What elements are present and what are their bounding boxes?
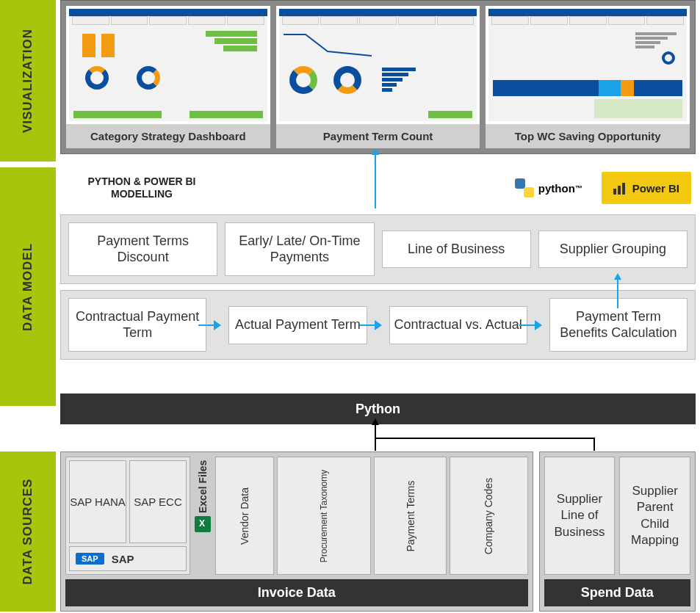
model-row-top: Payment Terms Discount Early/ Late/ On-T… xyxy=(60,214,696,284)
modelling-label: PYTHON & POWER BI MODELLING xyxy=(65,175,219,200)
dashboard-thumbnail xyxy=(69,9,267,121)
arrow-connector xyxy=(375,438,595,439)
sap-ecc-cell: SAP ECC xyxy=(129,460,187,543)
viz-caption: Top WC Saving Opportunity xyxy=(486,124,690,148)
spend-data-group: Supplier Line of Business Supplier Paren… xyxy=(539,451,696,612)
powerbi-icon xyxy=(613,181,627,195)
model-row-bottom: Contractual Payment Term Actual Payment … xyxy=(60,290,696,360)
spend-supplier-lob: Supplier Line of Business xyxy=(544,457,616,575)
python-icon xyxy=(515,178,534,197)
visualization-panel: Category Strategy Dashboard Payment Term… xyxy=(60,0,696,154)
section-label-data-sources: DATA SOURCES xyxy=(0,451,57,612)
excel-files-label: Excel Files xyxy=(197,498,209,513)
flow-arrow-icon xyxy=(535,320,542,330)
viz-tile-top-wc-saving: Top WC Saving Opportunity xyxy=(485,5,690,149)
section-label-data-model: DATA MODEL xyxy=(0,167,57,406)
model-box-contractual-vs-actual: Contractual vs. Actual xyxy=(389,306,527,344)
arrow-row2-to-row1 xyxy=(617,279,618,308)
invoice-data-group: SAP HANA SAP ECC SAP SAP Excel Files Ven… xyxy=(60,451,533,612)
invoice-data-footer: Invoice Data xyxy=(65,579,528,606)
excel-company-codes: Company Codes xyxy=(450,457,527,575)
excel-files-column: Excel Files Vendor Data Procurement Taxo… xyxy=(195,457,528,575)
excel-vendor-data: Vendor Data xyxy=(215,457,274,575)
excel-icon xyxy=(195,516,211,532)
spend-data-footer: Spend Data xyxy=(544,579,690,606)
data-sources-panel: SAP HANA SAP ECC SAP SAP Excel Files Ven… xyxy=(60,451,696,612)
model-box-line-of-business: Line of Business xyxy=(382,231,531,269)
model-box-early-late-ontime: Early/ Late/ On-Time Payments xyxy=(225,222,374,276)
viz-caption: Category Strategy Dashboard xyxy=(66,124,270,148)
sap-column: SAP HANA SAP ECC SAP SAP xyxy=(65,457,190,575)
sap-footer: SAP SAP xyxy=(69,546,187,571)
dashboard-thumbnail xyxy=(279,9,477,121)
viz-tile-payment-term-count: Payment Term Count xyxy=(275,5,481,149)
model-box-payment-terms-discount: Payment Terms Discount xyxy=(68,222,217,276)
data-model-panel: PYTHON & POWER BI MODELLING python™ Powe… xyxy=(60,167,696,388)
python-logo: python™ xyxy=(503,172,594,204)
viz-caption: Payment Term Count xyxy=(276,124,480,148)
model-box-supplier-grouping: Supplier Grouping xyxy=(538,231,688,269)
spend-supplier-parent-child: Supplier Parent Child Mapping xyxy=(619,457,690,575)
excel-payment-terms: Payment Terms xyxy=(374,457,447,575)
section-label-visualization: VISUALIZATION xyxy=(0,0,57,162)
arrow-model-to-viz xyxy=(375,154,376,208)
model-box-contractual-pt: Contractual Payment Term xyxy=(68,298,206,352)
viz-tile-category-strategy: Category Strategy Dashboard xyxy=(65,5,271,149)
flow-arrow-icon xyxy=(375,320,382,330)
architecture-diagram: VISUALIZATION DATA MODEL DATA SOURCES Ca… xyxy=(0,0,700,613)
sap-logo-icon: SAP xyxy=(76,553,104,565)
sap-hana-cell: SAP HANA xyxy=(69,460,126,543)
powerbi-logo: Power BI xyxy=(602,172,691,204)
flow-arrow-icon xyxy=(214,320,221,330)
modelling-header-row: PYTHON & POWER BI MODELLING python™ Powe… xyxy=(60,167,696,208)
dashboard-thumbnail xyxy=(488,9,687,121)
excel-procurement-taxonomy: Procurement Taxonomy xyxy=(277,457,372,575)
model-box-actual-pt: Actual Payment Term xyxy=(228,306,367,344)
arrow-connector xyxy=(593,438,595,451)
